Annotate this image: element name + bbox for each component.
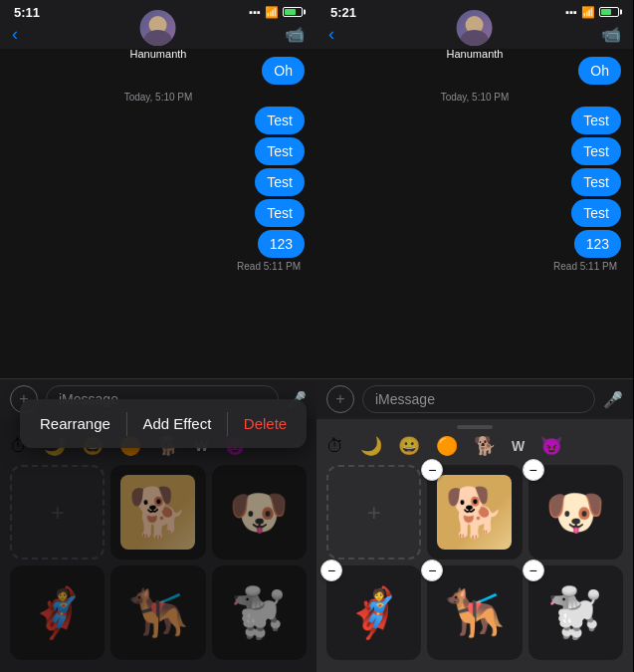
sticker-cell-dog3-left[interactable] [110, 565, 205, 660]
sticker-cell-dog4-left[interactable] [212, 565, 307, 660]
left-panel: 5:11 ▪▪▪ 📶 ‹ Hanumanth 📹 Oh Today, 5:10 … [0, 0, 317, 672]
message-row-oh: Oh [12, 57, 305, 88]
nav-header-right: ‹ Hanumanth 📹 [317, 22, 633, 49]
status-icons-right: ▪▪▪ 📶 [565, 6, 619, 19]
sticker-character [20, 575, 95, 650]
message-row-test2: Test [12, 137, 305, 168]
context-menu: Rearrange Add Effect Delete [20, 399, 307, 448]
sticker-dog2 [222, 475, 297, 550]
handle-bar-right [457, 425, 493, 429]
sticker-cell-char-left[interactable] [10, 565, 105, 660]
message-bubble-test3: Test [255, 168, 305, 196]
right-panel: 5:21 ▪▪▪ 📶 ‹ Hanumanth 📹 Oh Today, 5:10 … [317, 0, 633, 672]
sticker-cell-dog1-left[interactable] [110, 465, 205, 560]
avatar-right[interactable] [457, 10, 493, 46]
status-time-right: 5:21 [330, 5, 356, 20]
sticker-dog4 [222, 575, 297, 650]
add-sticker-icon: + [51, 499, 65, 527]
message-input-right[interactable]: iMessage [362, 385, 595, 413]
add-sticker-icon-right: + [367, 499, 381, 527]
sticker-dog1-r [437, 475, 512, 550]
sticker-cell-dog4-r[interactable] [528, 565, 623, 660]
back-button-left[interactable]: ‹ [12, 24, 18, 45]
status-icons-left: ▪▪▪ 📶 [249, 6, 303, 19]
sticker-dog3-r [437, 575, 512, 650]
message-bubble-test2-r: Test [571, 137, 621, 165]
sticker-wrapper-dog4-r: − [528, 565, 623, 660]
message-bubble-oh: Oh [262, 57, 305, 85]
message-bubble-test4-r: Test [571, 199, 621, 227]
sticker-wrapper-dog2-r: − [528, 465, 623, 560]
remove-button-char[interactable]: − [320, 560, 342, 581]
shelf-tab-recent-r[interactable]: ⏱ [326, 436, 344, 457]
shelf-grid-left: + [0, 459, 317, 666]
message-row-test1: Test [12, 107, 305, 137]
shelf-grid-right: + − − − [317, 459, 633, 666]
shelf-tab-emoji-r[interactable]: 😀 [398, 435, 420, 457]
battery-icon [283, 7, 303, 17]
contact-name-right: Hanumanth [447, 48, 504, 60]
sticker-dog4-r [538, 575, 613, 650]
signal-icon: ▪▪▪ [249, 6, 261, 18]
sticker-dog3 [120, 575, 195, 650]
battery-fill-right [601, 9, 611, 15]
read-receipt-left: Read 5:11 PM [12, 261, 305, 272]
sticker-wrapper-dog1-r: − [427, 465, 522, 560]
message-row-test2-r: Test [328, 137, 621, 168]
add-sticker-cell-right[interactable]: + [326, 465, 421, 560]
shelf-tab-dog-r[interactable]: 🐕 [474, 435, 496, 457]
wifi-icon: 📶 [265, 6, 279, 19]
message-row-test3: Test [12, 168, 305, 199]
shelf-handle-right [317, 419, 633, 433]
sticker-dog2-r [538, 475, 613, 550]
sticker-cell-dog2-left[interactable] [212, 465, 307, 560]
shelf-tab-demon-r[interactable]: 😈 [540, 435, 562, 457]
sticker-cell-dog3-r[interactable] [427, 565, 522, 660]
status-time-left: 5:11 [14, 5, 40, 20]
sticker-cell-dog2-r[interactable] [528, 465, 623, 560]
message-bubble-test2: Test [255, 137, 305, 165]
avatar-body [144, 30, 172, 46]
video-call-button-right[interactable]: 📹 [601, 25, 621, 44]
contact-name-left: Hanumanth [130, 48, 187, 60]
sticker-shelf-right: ⏱ 🌙 😀 🟠 🐕 W 😈 + − [317, 419, 633, 672]
context-rearrange[interactable]: Rearrange [24, 409, 126, 438]
add-attachment-button-right[interactable]: + [326, 385, 354, 413]
shelf-tab-dot-r[interactable]: 🟠 [436, 435, 458, 457]
context-add-effect[interactable]: Add Effect [126, 409, 227, 438]
add-sticker-cell-left[interactable]: + [10, 465, 105, 560]
battery-icon-right [599, 7, 619, 17]
message-bubble-test1-r: Test [571, 107, 621, 134]
message-bubble-oh-r: Oh [578, 57, 621, 85]
message-bubble-test4: Test [255, 199, 305, 227]
sticker-cell-dog1-r[interactable] [427, 465, 522, 560]
wifi-icon-right: 📶 [581, 6, 595, 19]
remove-button-dog4[interactable]: − [523, 560, 544, 581]
message-row-test1-r: Test [328, 107, 621, 137]
avatar-left[interactable] [140, 10, 176, 46]
sticker-wrapper-dog3-r: − [427, 565, 522, 660]
back-button-right[interactable]: ‹ [328, 24, 334, 45]
mic-button-right[interactable]: 🎤 [603, 390, 623, 409]
shelf-tab-wiki-r[interactable]: W [512, 438, 525, 454]
sticker-shelf-left: ⏱ 🌙 😀 🟠 🐕 W 😈 + [0, 419, 317, 672]
sticker-cell-char-r[interactable] [326, 565, 421, 660]
message-bubble-123: 123 [258, 230, 305, 258]
video-call-button-left[interactable]: 📹 [285, 25, 305, 44]
chat-area-left: Oh Today, 5:10 PM Test Test Test Test 12… [0, 49, 317, 378]
sticker-character-r [336, 575, 411, 650]
contact-center-left: Hanumanth [130, 10, 187, 60]
read-receipt-right: Read 5:11 PM [328, 261, 621, 272]
battery-fill [285, 9, 296, 15]
message-row-123-r: 123 [328, 230, 621, 261]
chat-area-right: Oh Today, 5:10 PM Test Test Test Test 12… [317, 49, 633, 378]
shelf-tab-moon-r[interactable]: 🌙 [360, 435, 382, 457]
message-bubble-test1: Test [255, 107, 305, 134]
nav-header-left: ‹ Hanumanth 📹 [0, 22, 317, 49]
timestamp-left: Today, 5:10 PM [12, 92, 305, 103]
remove-button-dog2[interactable]: − [523, 459, 544, 481]
context-delete[interactable]: Delete [228, 409, 303, 438]
contact-center-right: Hanumanth [447, 10, 504, 60]
message-row-test3-r: Test [328, 168, 621, 199]
message-row-123: 123 [12, 230, 305, 261]
